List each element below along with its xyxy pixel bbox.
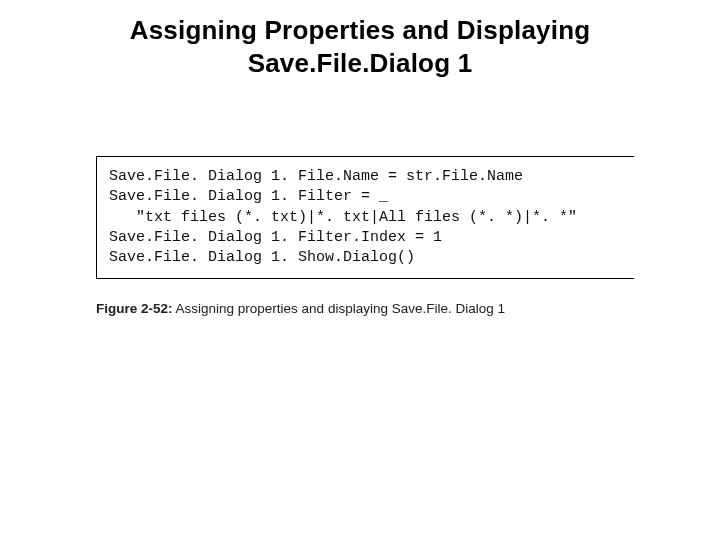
- figure: Save.File. Dialog 1. File.Name = str.Fil…: [96, 156, 634, 316]
- figure-caption: Figure 2-52: Assigning properties and di…: [96, 301, 634, 316]
- figure-caption-label: Figure 2-52:: [96, 301, 173, 316]
- code-line: Save.File. Dialog 1. Show.Dialog(): [109, 248, 634, 268]
- figure-caption-text: Assigning properties and displaying Save…: [173, 301, 505, 316]
- code-line: Save.File. Dialog 1. Filter.Index = 1: [109, 228, 634, 248]
- code-line: Save.File. Dialog 1. Filter = _: [109, 187, 634, 207]
- slide-title-line-1: Assigning Properties and Displaying: [30, 14, 690, 47]
- code-line: Save.File. Dialog 1. File.Name = str.Fil…: [109, 167, 634, 187]
- code-box: Save.File. Dialog 1. File.Name = str.Fil…: [96, 156, 634, 279]
- code-line: "txt files (*. txt)|*. txt|All files (*.…: [109, 208, 634, 228]
- slide-title-line-2: Save.File.Dialog 1: [30, 47, 690, 80]
- slide-title: Assigning Properties and Displaying Save…: [0, 0, 720, 79]
